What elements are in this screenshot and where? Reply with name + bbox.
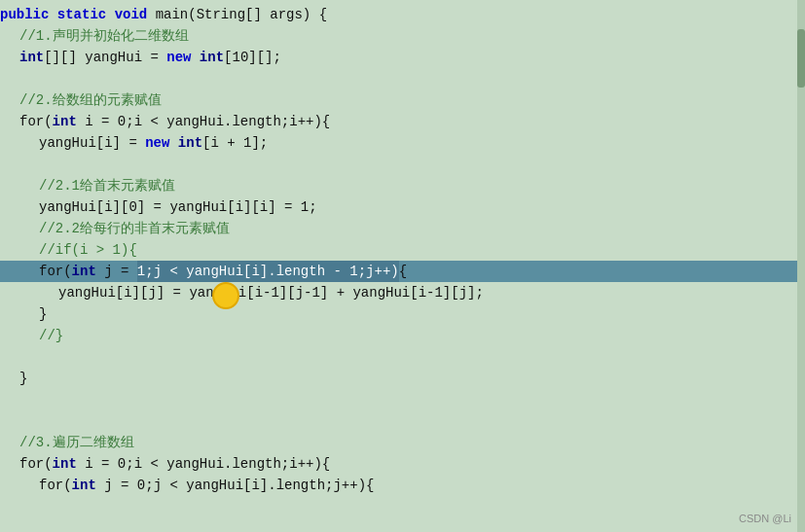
code-token: yangHui[i][j] = yangHui[i-1][j-1] + yang… bbox=[58, 282, 484, 303]
code-token: void bbox=[115, 4, 156, 25]
code-token: j = 0;j < yangHui[i].length;j++){ bbox=[96, 475, 375, 496]
code-area: public static void main(String[] args) {… bbox=[0, 0, 805, 500]
code-line bbox=[0, 68, 805, 89]
code-token: //if(i > 1){ bbox=[39, 239, 137, 261]
code-line: } bbox=[0, 368, 805, 389]
editor-container: public static void main(String[] args) {… bbox=[0, 0, 805, 532]
code-line: //if(i > 1){ bbox=[0, 239, 805, 261]
code-token: //2.2给每行的非首末元素赋值 bbox=[39, 218, 230, 239]
code-token: int bbox=[72, 475, 96, 496]
code-line: public static void main(String[] args) { bbox=[0, 4, 805, 25]
code-token: int bbox=[19, 47, 44, 68]
code-line bbox=[0, 154, 805, 175]
code-line: //} bbox=[0, 325, 805, 346]
code-token: 1;j < yangHui[i].length - 1;j++) bbox=[137, 261, 399, 282]
code-token: int bbox=[53, 111, 77, 132]
code-line bbox=[0, 410, 805, 432]
code-token: [i + 1]; bbox=[202, 132, 268, 154]
code-token: for( bbox=[39, 261, 72, 282]
code-token: //2.1给首末元素赋值 bbox=[39, 175, 175, 196]
code-token: for( bbox=[39, 475, 72, 496]
code-token: //3.遍历二维数组 bbox=[19, 432, 134, 453]
code-line: for(int i = 0;i < yangHui.length;i++){ bbox=[0, 453, 805, 475]
code-line: //2.给数组的元素赋值 bbox=[0, 89, 805, 111]
code-line: yangHui[i] = new int[i + 1]; bbox=[0, 132, 805, 154]
code-token: public bbox=[0, 4, 57, 25]
code-token: yangHui[i] = bbox=[39, 132, 145, 154]
cursor-indicator bbox=[212, 282, 239, 309]
code-token: { bbox=[399, 261, 407, 282]
code-line: } bbox=[0, 303, 805, 325]
code-token: int bbox=[72, 261, 96, 282]
code-token: } bbox=[39, 303, 47, 325]
code-line: //2.2给每行的非首末元素赋值 bbox=[0, 218, 805, 239]
code-line: yangHui[i][0] = yangHui[i][i] = 1; bbox=[0, 196, 805, 218]
code-line: yangHui[i][j] = yangHui[i-1][j-1] + yang… bbox=[0, 282, 805, 303]
code-token: //} bbox=[39, 325, 63, 346]
code-token: i = 0;i < yangHui.length;i++){ bbox=[77, 453, 330, 475]
code-token: int bbox=[178, 132, 202, 154]
code-token: int bbox=[53, 453, 77, 475]
code-token: j = bbox=[96, 261, 137, 282]
code-line bbox=[0, 346, 805, 368]
code-token: //1.声明并初始化二维数组 bbox=[19, 25, 189, 47]
code-token: for( bbox=[19, 453, 53, 475]
code-token: [10][]; bbox=[224, 47, 281, 68]
code-line: for(int i = 0;i < yangHui.length;i++){ bbox=[0, 111, 805, 132]
code-token: [][] yangHui = bbox=[44, 47, 166, 68]
code-line: //1.声明并初始化二维数组 bbox=[0, 25, 805, 47]
code-token: new bbox=[166, 47, 200, 68]
code-token: new bbox=[145, 132, 178, 154]
code-token: static bbox=[57, 4, 115, 25]
code-token: yangHui[i][0] = yangHui[i][i] = 1; bbox=[39, 196, 317, 218]
code-line: //3.遍历二维数组 bbox=[0, 432, 805, 453]
code-token: } bbox=[19, 368, 27, 389]
scrollbar[interactable] bbox=[797, 0, 805, 532]
code-line: //2.1给首末元素赋值 bbox=[0, 175, 805, 196]
code-line bbox=[0, 389, 805, 410]
code-token: //2.给数组的元素赋值 bbox=[19, 89, 162, 111]
code-token: i = 0;i < yangHui.length;i++){ bbox=[77, 111, 330, 132]
code-token: int bbox=[200, 47, 224, 68]
watermark: CSDN @Li bbox=[739, 513, 791, 524]
code-line: for(int j = 1;j < yangHui[i].length - 1;… bbox=[0, 261, 805, 282]
code-line: for(int j = 0;j < yangHui[i].length;j++)… bbox=[0, 475, 805, 496]
code-token: main(String[] args) { bbox=[156, 4, 327, 25]
code-token: for( bbox=[19, 111, 53, 132]
scrollbar-thumb[interactable] bbox=[797, 29, 805, 88]
code-line: int[][] yangHui = new int[10][]; bbox=[0, 47, 805, 68]
